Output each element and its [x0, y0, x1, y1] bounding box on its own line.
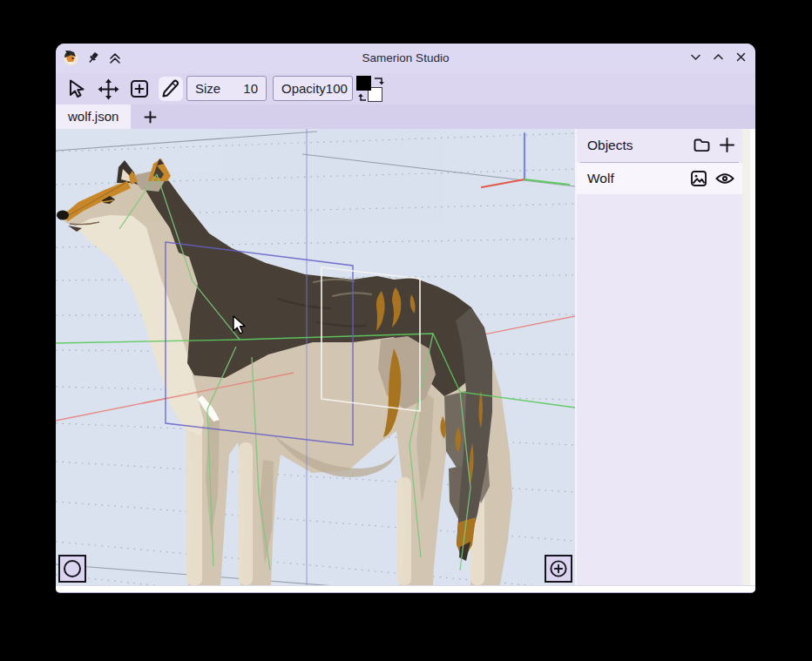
opacity-value: 100 [326, 81, 348, 96]
panel-right-margin [750, 129, 755, 585]
objects-panel-header: Objects [577, 129, 742, 162]
folder-button[interactable] [693, 136, 711, 154]
add-frame-tool-button[interactable] [127, 77, 152, 101]
new-tab-button[interactable] [141, 108, 159, 125]
axis-gizmo [482, 133, 569, 187]
gizmo-y-axis [524, 179, 569, 185]
visibility-button[interactable] [714, 169, 735, 188]
close-button[interactable] [735, 51, 747, 63]
opacity-field[interactable]: Opacity 100 [273, 76, 353, 101]
move-cross-icon [98, 78, 119, 100]
titlebar[interactable]: Samerion Studio [56, 44, 755, 73]
add-object-button[interactable] [719, 136, 735, 154]
minimize-button[interactable] [690, 51, 701, 63]
bottom-status-strip [56, 585, 755, 593]
foreground-color-swatch[interactable] [356, 76, 371, 91]
objects-panel-title: Objects [587, 129, 633, 162]
folder-icon [693, 136, 711, 154]
pencil-icon [160, 78, 181, 99]
add-object-icon [719, 137, 735, 153]
select-tool-button[interactable] [64, 77, 89, 101]
wolf-illustration [57, 159, 512, 585]
objects-panel: Objects Wolf [577, 129, 742, 585]
image-icon [689, 169, 708, 188]
toolbar: Size 10 Opacity 100 [56, 73, 755, 105]
image-button[interactable] [689, 169, 708, 188]
color-selector[interactable] [355, 75, 390, 103]
desktop: { "window": { "title": "Samerion Studio"… [0, 0, 812, 661]
tab-wolf-json[interactable]: wolf.json [56, 105, 131, 129]
cursor-arrow-icon [67, 78, 86, 99]
tab-label: wolf.json [68, 109, 118, 124]
plus-box-icon [130, 79, 149, 98]
plus-icon [144, 111, 157, 124]
maximize-button[interactable] [713, 51, 724, 63]
visibility-eye-icon [714, 169, 735, 188]
zoom-in-button[interactable] [545, 555, 572, 583]
move-tool-button[interactable] [96, 77, 120, 101]
circle-icon [63, 559, 82, 578]
opacity-label: Opacity [281, 81, 326, 96]
wolf-nose [57, 211, 69, 220]
circle-tool-button[interactable] [58, 555, 86, 583]
app-window: Samerion Studio [56, 44, 755, 593]
object-row-wolf[interactable]: Wolf [577, 163, 742, 194]
object-label: Wolf [587, 163, 614, 194]
size-value: 10 [243, 81, 258, 96]
zoom-plus-icon [549, 559, 568, 578]
draw-tool-button[interactable] [159, 77, 183, 101]
size-label: Size [195, 81, 220, 96]
size-field[interactable]: Size 10 [186, 76, 267, 101]
gizmo-x-axis [482, 179, 524, 187]
tab-bar: wolf.json [56, 105, 755, 129]
viewport[interactable] [56, 129, 575, 585]
window-title: Samerion Studio [56, 44, 755, 73]
panel-scrollbar[interactable] [742, 129, 750, 585]
viewport-canvas[interactable] [56, 129, 575, 585]
